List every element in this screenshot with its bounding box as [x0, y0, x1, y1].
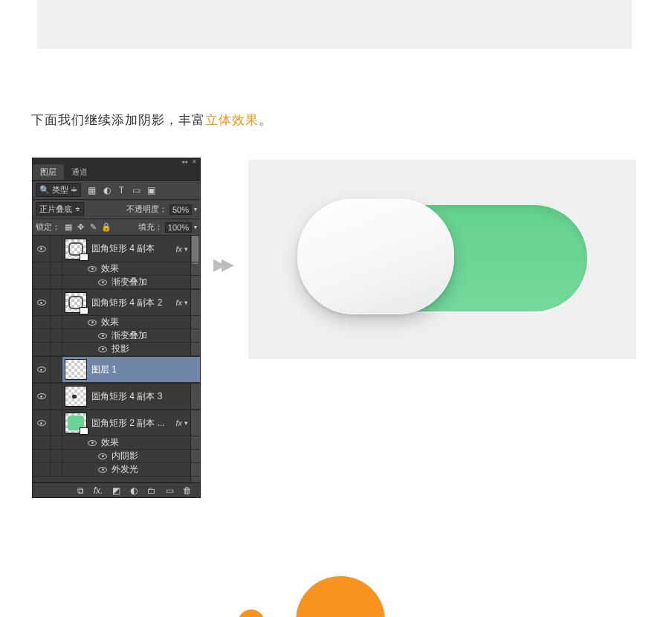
layer-fx-indicator[interactable]: fx▾	[175, 245, 190, 253]
visibility-col	[33, 436, 51, 449]
lock-pixel-icon[interactable]: ▦	[63, 222, 73, 232]
layer-effect-row[interactable]: 效果	[33, 436, 200, 450]
panel-topbar: ◂◂ ✕	[33, 158, 200, 164]
layer-thumb[interactable]	[65, 239, 87, 259]
layer-row[interactable]: 圆角矩形 4 副本 2 fx▾	[33, 289, 200, 316]
layer-row[interactable]: 图层 1	[33, 356, 200, 383]
layer-row[interactable]: 圆角矩形 4 副本 3	[33, 383, 200, 410]
eye-icon	[37, 366, 46, 372]
effect-item: 外发光	[98, 463, 138, 476]
chevron-down-icon[interactable]: ▾	[194, 224, 197, 230]
visibility-col	[33, 450, 51, 462]
trash-icon[interactable]: 🗑	[182, 485, 193, 496]
layer-effect-row[interactable]: 效果	[33, 262, 200, 276]
lock-position-icon[interactable]: ✎	[88, 222, 98, 232]
visibility-toggle[interactable]	[33, 357, 51, 382]
layer-filter-row: 🔍 类型 ≑ ▦ ◐ T ▭ ▣	[33, 181, 200, 200]
decoration-orange-small	[238, 610, 265, 617]
eye-icon[interactable]	[98, 467, 107, 473]
eye-icon	[37, 246, 46, 252]
filter-adjust-icon[interactable]: ◐	[102, 185, 112, 195]
visibility-col	[33, 343, 51, 355]
eye-icon[interactable]	[88, 266, 97, 272]
visibility-col	[33, 262, 51, 275]
fx-menu-icon[interactable]: fx.	[93, 485, 103, 496]
top-placeholder-block	[37, 0, 632, 49]
layer-thumb[interactable]	[65, 292, 87, 313]
chevron-down-icon: ▾	[184, 245, 188, 253]
effects-heading: 效果	[88, 436, 119, 449]
link-col	[51, 357, 62, 382]
layer-effect-row[interactable]: 投影	[33, 343, 200, 356]
layer-row[interactable]: 圆角矩形 4 副本 fx▾	[33, 236, 200, 262]
layer-thumb[interactable]	[65, 359, 87, 380]
visibility-toggle[interactable]	[33, 236, 51, 262]
layers-panel: ◂◂ ✕ 图层 通道 🔍 类型 ≑ ▦ ◐ T ▭ ▣ 正片叠底 ≑ 不透明度：…	[32, 158, 201, 498]
panel-bottom-bar: ⧉ fx. ◩ ◐ 🗀 ▭ 🗑	[33, 482, 200, 497]
mask-icon[interactable]: ◩	[111, 485, 121, 496]
decoration-orange-circle	[296, 576, 385, 617]
filter-smart-icon[interactable]: ▣	[146, 185, 156, 195]
tab-layers[interactable]: 图层	[33, 164, 64, 180]
group-icon[interactable]: 🗀	[146, 485, 157, 496]
chevron-down-icon: ▾	[184, 419, 188, 427]
chevron-down-icon: ≑	[75, 206, 80, 213]
opacity-value[interactable]: 50%	[169, 204, 192, 215]
eye-icon[interactable]	[98, 333, 107, 339]
eye-icon[interactable]	[98, 346, 107, 352]
tab-channels[interactable]: 通道	[64, 164, 95, 180]
layer-thumb[interactable]	[65, 386, 87, 407]
blend-mode-dropdown[interactable]: 正片叠底 ≑	[36, 202, 84, 216]
new-layer-icon[interactable]: ▭	[164, 485, 175, 496]
link-col	[51, 463, 62, 476]
instruction-text: 下面我们继续添加阴影，丰富立体效果。	[31, 112, 272, 129]
visibility-toggle[interactable]	[33, 290, 51, 315]
switch-knob	[297, 198, 454, 314]
lock-label: 锁定：	[36, 222, 60, 233]
eye-icon[interactable]	[98, 280, 107, 285]
filter-shape-icon[interactable]: ▭	[132, 185, 141, 195]
layer-name: 圆角矩形 2 副本 ...	[91, 417, 175, 430]
layer-thumb[interactable]	[65, 413, 87, 433]
layer-fx-indicator[interactable]: fx▾	[175, 419, 190, 427]
layer-row[interactable]: 圆角矩形 2 副本 ... fx▾	[33, 410, 200, 436]
eye-icon	[37, 300, 46, 306]
visibility-col	[33, 329, 51, 342]
layer-name: 圆角矩形 4 副本 3	[91, 390, 190, 403]
layers-list: 圆角矩形 4 副本 fx▾ 效果 渐变叠加 圆角矩形 4 副本 2 fx▾ 效果	[33, 236, 200, 482]
visibility-col	[33, 276, 51, 288]
visibility-toggle[interactable]	[33, 410, 51, 436]
eye-icon[interactable]	[88, 320, 97, 326]
layer-effect-row[interactable]: 效果	[33, 316, 200, 329]
link-col	[51, 410, 62, 436]
link-layers-icon[interactable]: ⧉	[75, 485, 85, 496]
effect-item: 投影	[98, 343, 129, 355]
chevron-down-icon: ▾	[184, 299, 188, 306]
adjustment-icon[interactable]: ◐	[129, 485, 139, 496]
eye-icon[interactable]	[88, 440, 97, 446]
layer-effect-row[interactable]: 渐变叠加	[33, 329, 200, 343]
eye-icon[interactable]	[98, 453, 107, 459]
lock-icons: ▦ ✥ ✎ 🔒	[63, 222, 111, 232]
eye-icon	[37, 420, 46, 426]
lock-move-icon[interactable]: ✥	[76, 222, 85, 232]
layer-effect-row[interactable]: 渐变叠加	[33, 276, 200, 289]
layer-effect-row[interactable]: 内阴影	[33, 450, 200, 463]
instruction-text-accent: 立体效果	[205, 113, 259, 127]
visibility-toggle[interactable]	[33, 384, 51, 409]
chevron-down-icon[interactable]: ▾	[194, 206, 197, 213]
link-col	[51, 316, 62, 329]
layer-name: 圆角矩形 4 副本 2	[91, 297, 175, 309]
link-col	[51, 450, 62, 462]
fill-value[interactable]: 100%	[165, 222, 192, 233]
link-col	[51, 276, 62, 288]
opacity-label: 不透明度：	[126, 204, 167, 215]
lock-all-icon[interactable]: 🔒	[101, 222, 111, 232]
layer-fx-indicator[interactable]: fx▾	[175, 298, 190, 307]
filter-image-icon[interactable]: ▦	[87, 185, 97, 195]
layer-effect-row[interactable]: 外发光	[33, 463, 200, 477]
filter-type-icon[interactable]: T	[117, 185, 126, 195]
filter-kind-dropdown[interactable]: 🔍 类型 ≑	[36, 183, 81, 197]
opacity-control: 不透明度： 50% ▾	[126, 204, 197, 215]
effect-item: 渐变叠加	[98, 276, 147, 288]
